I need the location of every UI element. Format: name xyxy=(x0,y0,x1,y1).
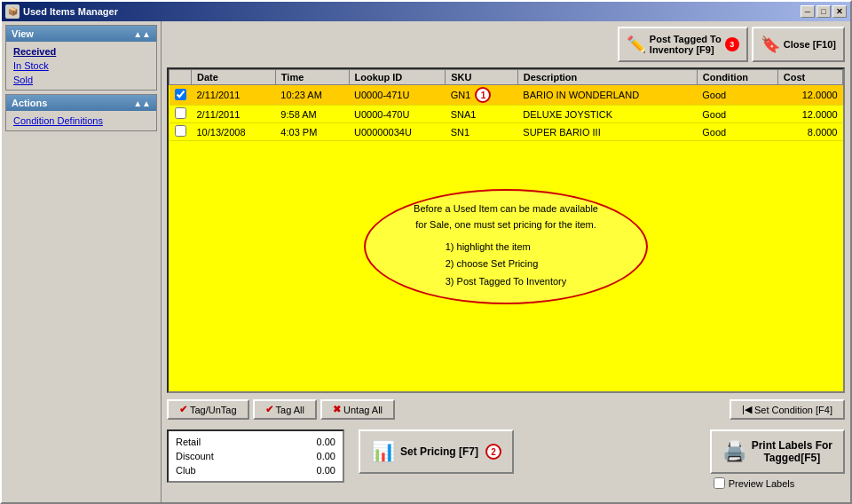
preview-labels-row: Preview Labels xyxy=(714,477,795,489)
set-pricing-button[interactable]: 📊 Set Pricing [F7] 2 xyxy=(359,429,514,474)
instruction-overlay: Before a Used Item can be made available… xyxy=(364,189,648,304)
discount-label: Discount xyxy=(176,451,214,461)
club-value: 0.00 xyxy=(291,465,335,476)
col-lookup-id: Lookup ID xyxy=(349,70,446,85)
window-title: Used Items Manager xyxy=(23,6,118,17)
row1-cost: 12.0000 xyxy=(777,85,842,106)
instruction-step3: 3) Post Tagged To Inventory xyxy=(446,276,567,287)
row3-description: SUPER BARIO III xyxy=(517,123,697,141)
set-condition-button[interactable]: |◀ Set Condition [F4] xyxy=(730,399,845,420)
content-area: View ▲▲ Received In Stock Sold Actions ▲… xyxy=(2,21,850,502)
sidebar-item-received[interactable]: Received xyxy=(13,45,149,58)
main-window: 📦 Used Items Manager ─ □ ✕ View ▲▲ Recei… xyxy=(0,0,852,504)
untag-all-x-icon: ✖ xyxy=(333,404,341,415)
instruction-line2: for Sale, one must set pricing for the i… xyxy=(415,217,596,233)
title-bar: 📦 Used Items Manager ─ □ ✕ xyxy=(2,2,850,21)
table-row[interactable]: 10/13/2008 4:03 PM U00000034U SN1 SUPER … xyxy=(170,123,843,141)
row3-lookup-id: U00000034U xyxy=(349,123,446,141)
set-pricing-icon: 📊 xyxy=(371,440,395,463)
row3-cost: 8.0000 xyxy=(777,123,842,141)
tag-all-label: Tag All xyxy=(276,405,304,415)
row1-checkbox[interactable] xyxy=(175,89,186,100)
row2-date: 2/11/2011 xyxy=(192,106,276,123)
row1-description: BARIO IN WONDERLAND xyxy=(517,85,697,106)
row1-date: 2/11/2011 xyxy=(192,85,276,106)
print-labels-button[interactable]: 🖨️ Print Labels ForTagged[F5] xyxy=(710,429,845,474)
actions-section: Actions ▲▲ Condition Definitions xyxy=(5,94,157,131)
window-close-button[interactable]: ✕ xyxy=(832,5,847,18)
pricing-row-discount: Discount 0.00 xyxy=(176,449,335,463)
view-collapse-icon: ▲▲ xyxy=(133,29,151,39)
actions-section-header[interactable]: Actions ▲▲ xyxy=(6,95,156,111)
row1-lookup-id: U0000-471U xyxy=(349,85,446,106)
discount-value: 0.00 xyxy=(291,451,335,461)
actions-collapse-icon: ▲▲ xyxy=(133,98,151,108)
tag-all-button[interactable]: ✔ Tag All xyxy=(253,399,317,420)
actions-section-label: Actions xyxy=(12,98,47,108)
tag-toolbar-right: |◀ Set Condition [F4] xyxy=(730,399,845,420)
row3-sku: SN1 xyxy=(446,123,518,141)
window-controls: ─ □ ✕ xyxy=(801,5,847,18)
col-condition: Condition xyxy=(697,70,777,85)
sidebar-item-sold[interactable]: Sold xyxy=(13,74,149,86)
instruction-line1: Before a Used Item can be made available xyxy=(414,201,598,217)
post-tagged-label: Post Tagged ToInventory [F9] xyxy=(650,34,722,55)
table-row[interactable]: 2/11/2011 9:58 AM U0000-470U SNA1 DELUXE… xyxy=(170,106,843,123)
row1-time: 10:23 AM xyxy=(275,85,349,106)
close-icon: 🔖 xyxy=(761,35,780,54)
row3-checkbox[interactable] xyxy=(175,125,186,137)
row2-sku: SNA1 xyxy=(446,106,518,123)
col-time: Time xyxy=(275,70,349,85)
post-tagged-button[interactable]: ✏️ Post Tagged ToInventory [F9] 3 xyxy=(618,27,748,62)
bottom-panel: Retail 0.00 Discount 0.00 Club 0.00 📊 xyxy=(167,426,845,497)
instruction-step2: 2) choose Set Pricing xyxy=(446,258,539,269)
step2-badge: 2 xyxy=(485,444,501,460)
preview-labels-label: Preview Labels xyxy=(729,478,795,489)
col-cost: Cost xyxy=(777,70,842,85)
row2-cost: 12.0000 xyxy=(777,106,842,123)
pricing-row-club: Club 0.00 xyxy=(176,463,335,477)
untag-all-label: Untag All xyxy=(343,405,383,415)
col-description: Description xyxy=(517,70,697,85)
minimize-button[interactable]: ─ xyxy=(801,5,815,18)
actions-items: Condition Definitions xyxy=(6,111,156,130)
instruction-step1: 1) highlight the item xyxy=(446,241,531,252)
untag-all-button[interactable]: ✖ Untag All xyxy=(320,399,395,420)
step1-badge: 1 xyxy=(475,87,491,103)
set-condition-label: Set Condition [F4] xyxy=(754,405,832,415)
row2-condition: Good xyxy=(697,106,777,123)
pricing-row-retail: Retail 0.00 xyxy=(176,435,335,449)
row2-checkbox-cell xyxy=(170,106,192,123)
set-condition-prev-icon: |◀ xyxy=(742,404,752,415)
app-icon: 📦 xyxy=(5,4,20,19)
items-table-container: Date Time Lookup ID SKU Description Cond… xyxy=(167,67,845,393)
sidebar: View ▲▲ Received In Stock Sold Actions ▲… xyxy=(2,21,162,502)
sidebar-item-condition-definitions[interactable]: Condition Definitions xyxy=(13,114,149,127)
sidebar-item-instock[interactable]: In Stock xyxy=(13,59,149,72)
tag-toolbar: ✔ Tag/UnTag ✔ Tag All ✖ Untag All |◀ Set… xyxy=(167,397,845,422)
row2-lookup-id: U0000-470U xyxy=(349,106,446,123)
row2-description: DELUXE JOYSTICK xyxy=(517,106,697,123)
view-items: Received In Stock Sold xyxy=(6,42,156,90)
tag-untag-button[interactable]: ✔ Tag/UnTag xyxy=(167,399,249,420)
print-labels-label: Print Labels ForTagged[F5] xyxy=(752,439,832,464)
row2-checkbox[interactable] xyxy=(175,107,186,119)
preview-labels-checkbox[interactable] xyxy=(714,477,725,489)
step3-badge: 3 xyxy=(725,37,739,51)
view-section-label: View xyxy=(12,28,34,39)
items-table: Date Time Lookup ID SKU Description Cond… xyxy=(169,69,843,141)
view-section: View ▲▲ Received In Stock Sold xyxy=(5,25,157,91)
retail-value: 0.00 xyxy=(291,437,335,447)
row2-time: 9:58 AM xyxy=(275,106,349,123)
main-panel: ✏️ Post Tagged ToInventory [F9] 3 🔖 Clos… xyxy=(162,21,850,502)
col-checkbox xyxy=(170,70,192,85)
row3-checkbox-cell xyxy=(170,123,192,141)
table-row[interactable]: 2/11/2011 10:23 AM U0000-471U GN1 1 BARI… xyxy=(170,85,843,106)
close-label: Close [F10] xyxy=(784,39,836,50)
view-section-header[interactable]: View ▲▲ xyxy=(6,26,156,42)
instruction-steps: 1) highlight the item 2) choose Set Pric… xyxy=(446,239,567,291)
close-button[interactable]: 🔖 Close [F10] xyxy=(752,27,845,62)
row3-condition: Good xyxy=(697,123,777,141)
post-tagged-icon: ✏️ xyxy=(627,35,646,54)
maximize-button[interactable]: □ xyxy=(816,5,831,18)
